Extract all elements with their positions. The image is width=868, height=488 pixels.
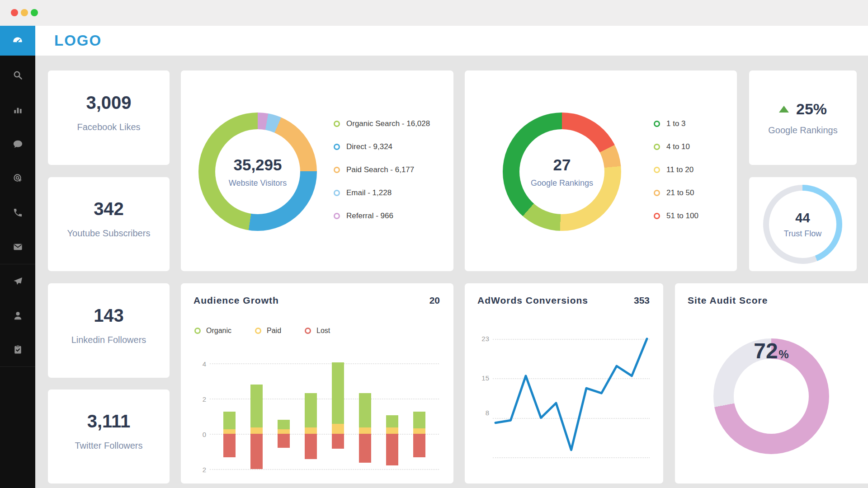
legend-ring-icon [334, 167, 340, 173]
sidebar-item-tasks[interactable] [0, 333, 35, 367]
legend-label: 1 to 3 [666, 119, 686, 128]
stacked-bar [250, 355, 263, 478]
trust-flow-value: 44 [795, 211, 810, 225]
legend-ring-icon [334, 213, 340, 219]
minimize-window-button[interactable] [21, 9, 28, 16]
app-header: LOGO [35, 26, 868, 56]
sidebar-item-search[interactable] [0, 58, 35, 92]
bar-paid-segment [250, 427, 263, 434]
app-logo: LOGO [54, 26, 102, 56]
zoom-window-button[interactable] [31, 9, 38, 16]
bar-lost-segment [386, 434, 398, 465]
google-rankings-card: 27 Google Rankings 1 to 34 to 1011 to 20… [465, 70, 737, 271]
bar-organic-segment [386, 415, 398, 427]
legend-label: Paid [267, 327, 281, 335]
stacked-bar [386, 355, 398, 478]
legend-label: Organic [206, 327, 231, 335]
google-rankings-donut-chart: 27 Google Rankings [503, 113, 621, 231]
google-rankings-change-value: 25% [796, 100, 827, 118]
sidebar-item-email[interactable] [0, 230, 35, 264]
audience-growth-total: 20 [429, 295, 440, 306]
legend-ring-icon [255, 328, 261, 334]
bar-paid-segment [305, 427, 317, 434]
y-axis-tick: 15 [479, 374, 489, 382]
stacked-bar [223, 355, 236, 478]
bar-organic-segment [413, 412, 425, 428]
legend-item: Paid [255, 327, 281, 335]
bar-organic-segment [250, 385, 263, 427]
google-rankings-total: 27 [553, 156, 571, 174]
trust-flow-label: Trust Flow [784, 229, 821, 239]
legend-label: Email - 1,228 [346, 188, 392, 197]
legend-item: Referral - 966 [334, 211, 430, 221]
legend-label: 4 to 10 [666, 142, 690, 151]
audience-growth-bars [210, 355, 439, 478]
sidebar-item-calls[interactable] [0, 195, 35, 230]
bar-organic-segment [223, 412, 236, 429]
target-click-icon [13, 173, 23, 183]
clipboard-check-icon [13, 344, 23, 355]
website-visitors-total: 35,295 [233, 156, 282, 174]
legend-label: Lost [316, 327, 330, 335]
legend-ring-icon [334, 121, 340, 127]
bar-paid-segment [386, 427, 398, 434]
site-audit-score-suffix: % [779, 348, 789, 361]
stacked-bar [305, 355, 317, 478]
stat-card-youtube-subscribers: 342 Youtube Subscribers [48, 177, 170, 271]
audience-growth-title: Audience Growth [193, 295, 279, 306]
stat-card-facebook-likes: 3,009 Facebook Likes [48, 70, 170, 165]
site-audit-score-value: 72 [754, 338, 778, 363]
website-visitors-center-label: Website Visitors [229, 178, 287, 188]
legend-label: 21 to 50 [666, 188, 694, 197]
sidebar-item-goals[interactable] [0, 161, 35, 195]
google-rankings-change-label: Google Rankings [768, 125, 837, 136]
legend-item: Direct - 9,324 [334, 142, 430, 151]
legend-item: Organic Search - 16,028 [334, 119, 430, 128]
arrow-up-icon [779, 106, 789, 113]
audience-growth-legend: OrganicPaidLost [194, 327, 330, 335]
y-axis-tick: 2 [196, 395, 206, 403]
y-axis-tick: 0 [196, 431, 206, 438]
website-visitors-donut-chart: 35,295 Website Visitors [198, 113, 317, 231]
bar-lost-segment [413, 434, 425, 457]
sidebar-item-analytics[interactable] [0, 92, 35, 127]
facebook-likes-label: Facebook Likes [77, 122, 140, 132]
legend-ring-icon [654, 213, 660, 219]
stacked-bar [332, 355, 344, 478]
bar-lost-segment [305, 434, 317, 459]
legend-item: 21 to 50 [654, 188, 698, 197]
close-window-button[interactable] [11, 9, 18, 16]
legend-item: Lost [305, 327, 330, 335]
legend-label: Direct - 9,324 [346, 142, 392, 151]
facebook-likes-value: 3,009 [86, 93, 131, 113]
audience-growth-card: Audience Growth 20 OrganicPaidLost 4202 [181, 283, 453, 483]
legend-item: 51 to 100 [654, 211, 698, 221]
dashboard-content: 3,009 Facebook Likes 342 Youtube Subscri… [35, 56, 868, 488]
y-axis-tick: 23 [479, 335, 489, 343]
adwords-line [495, 339, 647, 450]
stacked-bar [278, 355, 290, 478]
sidebar-nav [0, 56, 35, 488]
legend-ring-icon [334, 144, 340, 150]
legend-ring-icon [654, 121, 660, 127]
legend-item: 4 to 10 [654, 142, 698, 151]
website-visitors-legend: Organic Search - 16,028Direct - 9,324Pai… [334, 119, 430, 221]
adwords-line-chart [493, 334, 650, 467]
bar-paid-segment [332, 424, 344, 433]
legend-item: Paid Search - 6,177 [334, 165, 430, 174]
google-rankings-change-card: 25% Google Rankings [749, 70, 857, 165]
sidebar-item-profile[interactable] [0, 298, 35, 333]
sidebar-item-campaigns[interactable] [0, 264, 35, 298]
trust-flow-gauge: 44 Trust Flow [763, 185, 842, 264]
legend-ring-icon [654, 167, 660, 173]
adwords-conversions-plot: 23158 [493, 334, 650, 467]
sidebar-item-dashboard[interactable] [0, 26, 35, 56]
youtube-subscribers-value: 342 [94, 199, 124, 219]
adwords-conversions-card: AdWords Conversions 353 23158 [465, 283, 663, 483]
bar-chart-icon [13, 104, 23, 115]
google-rankings-center-label: Google Rankings [531, 178, 593, 188]
paper-plane-icon [13, 276, 23, 286]
legend-ring-icon [194, 328, 201, 334]
sidebar-item-messages[interactable] [0, 127, 35, 161]
website-visitors-card: 35,295 Website Visitors Organic Search -… [181, 70, 453, 271]
